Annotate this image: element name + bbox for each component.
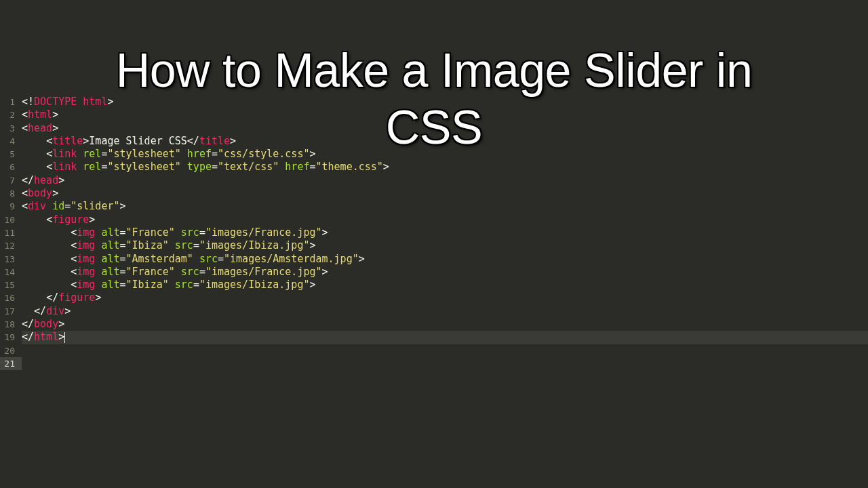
line-number: 19: [0, 331, 15, 344]
text-cursor: [64, 332, 65, 343]
line-number: 18: [0, 318, 15, 331]
code-line[interactable]: </head>: [22, 174, 868, 187]
code-line[interactable]: <!DOCTYPE html>: [22, 96, 868, 108]
line-number: 6: [0, 161, 15, 174]
line-number: 11: [0, 226, 15, 239]
code-line[interactable]: </div>: [22, 305, 868, 318]
code-line[interactable]: <link rel="stylesheet" type="text/css" h…: [22, 161, 868, 174]
line-number: 15: [0, 279, 15, 291]
line-number: 2: [0, 108, 15, 121]
line-number: 21: [0, 357, 22, 370]
code-line[interactable]: <body>: [22, 187, 868, 200]
line-number: 10: [0, 214, 15, 226]
line-number: 5: [0, 148, 15, 161]
line-number: 9: [0, 200, 15, 213]
code-line[interactable]: <img alt="Amsterdam" src="images/Amsterd…: [22, 253, 868, 266]
line-number: 4: [0, 135, 15, 148]
code-line[interactable]: </html>: [22, 331, 868, 344]
line-number: 12: [0, 239, 15, 252]
code-line[interactable]: <figure>: [22, 214, 868, 226]
line-number: 16: [0, 291, 15, 304]
code-line[interactable]: <div id="slider">: [22, 200, 868, 213]
line-number: 3: [0, 122, 15, 135]
code-line[interactable]: <html>: [22, 108, 868, 121]
code-line[interactable]: <img alt="France" src="images/France.jpg…: [22, 266, 868, 279]
line-number: 1: [0, 96, 15, 108]
line-number: 17: [0, 305, 15, 318]
code-editor[interactable]: 123456789101112131415161718192021 <!DOCT…: [0, 0, 868, 370]
line-number: 20: [0, 344, 15, 357]
code-line[interactable]: <img alt="Ibiza" src="images/Ibiza.jpg">: [22, 239, 868, 252]
code-area[interactable]: <!DOCTYPE html><html><head> <title>Image…: [22, 96, 868, 370]
line-number: 13: [0, 253, 15, 266]
line-number-gutter: 123456789101112131415161718192021: [0, 96, 22, 370]
code-line[interactable]: </body>: [22, 318, 868, 331]
code-line[interactable]: <img alt="Ibiza" src="images/Ibiza.jpg">: [22, 279, 868, 291]
code-line[interactable]: <img alt="France" src="images/France.jpg…: [22, 226, 868, 239]
code-line[interactable]: <title>Image Slider CSS</title>: [22, 135, 868, 148]
code-line[interactable]: </figure>: [22, 291, 868, 304]
code-line[interactable]: <link rel="stylesheet" href="css/style.c…: [22, 148, 868, 161]
line-number: 8: [0, 187, 15, 200]
code-line[interactable]: <head>: [22, 122, 868, 135]
line-number: 14: [0, 266, 15, 279]
line-number: 7: [0, 174, 15, 187]
